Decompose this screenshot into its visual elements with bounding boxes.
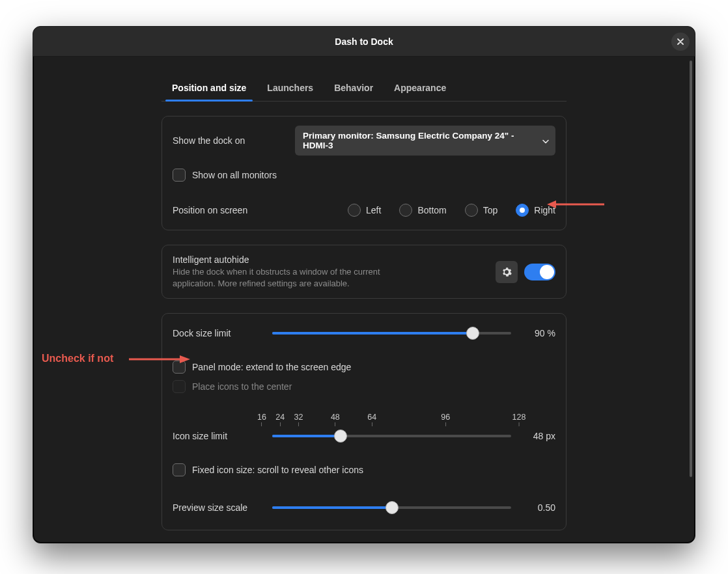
scrollbar[interactable] (690, 61, 692, 540)
tick-24: 24 (275, 413, 285, 426)
tick-96: 96 (441, 413, 450, 426)
close-icon (677, 38, 684, 45)
icon-size-value: 48 px (523, 431, 555, 441)
autohide-settings-button[interactable] (496, 261, 518, 283)
position-radio-top[interactable]: Top (465, 204, 498, 217)
preview-scale-slider[interactable] (272, 500, 511, 515)
dock-size-slider[interactable] (272, 325, 511, 341)
icon-size-label: Icon size limit (173, 431, 260, 441)
close-button[interactable] (671, 33, 690, 51)
autohide-title: Intelligent autohide (173, 254, 407, 265)
tab-position-size[interactable]: Position and size (161, 76, 257, 101)
gear-icon (501, 267, 512, 277)
tab-launchers[interactable]: Launchers (257, 76, 324, 101)
scrollbar-thumb[interactable] (690, 61, 692, 477)
titlebar: Dash to Dock (33, 27, 695, 57)
tabs: Position and size Launchers Behavior App… (161, 76, 567, 102)
tick-16: 16 (257, 413, 266, 426)
icon-size-slider[interactable] (272, 428, 511, 444)
fixed-icon-label: Fixed icon size: scroll to reveal other … (192, 465, 363, 475)
window-title: Dash to Dock (335, 36, 393, 47)
center-icons-checkbox (173, 380, 186, 393)
annotation-arrow-uncheck (129, 353, 191, 366)
tick-128: 128 (512, 413, 526, 426)
monitor-dropdown-value: Primary monitor: Samsung Electric Compan… (303, 131, 514, 150)
autohide-toggle[interactable] (524, 264, 555, 280)
panel-size: Dock size limit 90 % Panel mode: extend … (161, 313, 567, 530)
show-all-monitors-checkbox[interactable] (173, 169, 186, 182)
preview-scale-label: Preview size scale (173, 502, 260, 513)
autohide-desc: Hide the dock when it obstructs a window… (173, 266, 407, 289)
panel-mode-label: Panel mode: extend to the screen edge (192, 362, 351, 372)
tab-behavior[interactable]: Behavior (324, 76, 384, 101)
content-viewport: Position and size Launchers Behavior App… (33, 57, 695, 543)
toggle-knob (540, 265, 554, 279)
position-radio-bottom[interactable]: Bottom (399, 204, 446, 217)
annotation-uncheck: Uncheck if not (42, 353, 113, 364)
dock-size-label: Dock size limit (173, 328, 260, 338)
svg-marker-1 (180, 355, 190, 363)
dock-size-value: 90 % (523, 328, 555, 338)
tick-48: 48 (331, 413, 340, 426)
panel-dock-position: Show the dock on Primary monitor: Samsun… (161, 116, 567, 230)
show-all-monitors-label: Show on all monitors (192, 170, 277, 180)
show-dock-on-label: Show the dock on (173, 135, 245, 146)
content: Position and size Launchers Behavior App… (161, 76, 567, 530)
center-icons-label: Place icons to the center (192, 381, 292, 392)
preview-scale-value: 0.50 (523, 502, 555, 513)
position-on-screen-label: Position on screen (173, 205, 247, 215)
annotation-arrow-right (547, 198, 606, 211)
position-radio-group: Left Bottom Top Right (348, 204, 555, 217)
monitor-dropdown[interactable]: Primary monitor: Samsung Electric Compan… (295, 126, 555, 156)
tick-32: 32 (294, 413, 303, 426)
chevron-down-icon (542, 136, 549, 146)
svg-marker-3 (547, 200, 556, 208)
position-radio-left[interactable]: Left (348, 204, 381, 217)
tick-64: 64 (367, 413, 376, 426)
fixed-icon-checkbox[interactable] (173, 463, 186, 476)
panel-autohide: Intelligent autohide Hide the dock when … (161, 245, 567, 299)
settings-window: Dash to Dock Position and size Launchers… (33, 26, 695, 543)
icon-size-ticks: 162432486496128 (262, 413, 519, 428)
tab-appearance[interactable]: Appearance (384, 76, 456, 101)
